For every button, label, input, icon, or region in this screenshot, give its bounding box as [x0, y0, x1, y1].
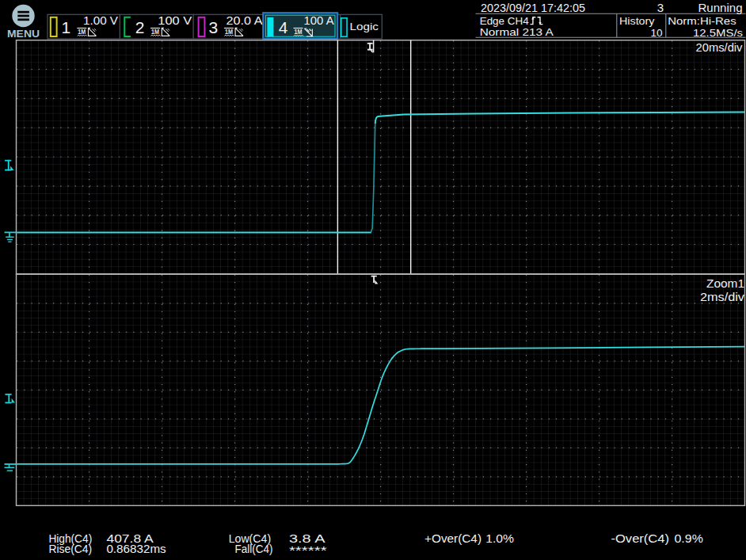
svg-text:Norm:Hi-Res: Norm:Hi-Res	[668, 15, 736, 27]
svg-text:3: 3	[657, 1, 664, 14]
svg-text:+Over(C4): +Over(C4)	[424, 532, 481, 545]
svg-text:1.00 V: 1.00 V	[83, 14, 119, 27]
svg-text:100 V: 100 V	[158, 14, 192, 27]
svg-text:Running: Running	[698, 1, 743, 14]
svg-text:100 A: 100 A	[304, 14, 335, 27]
svg-text:0.86832ms: 0.86832ms	[106, 543, 166, 555]
svg-text:1: 1	[62, 18, 71, 36]
svg-text:Fall(C4): Fall(C4)	[235, 543, 273, 555]
svg-text:1M: 1M	[295, 27, 303, 36]
svg-text:1M: 1M	[225, 27, 233, 36]
svg-text:1.0%: 1.0%	[485, 532, 514, 545]
svg-text:Logic: Logic	[350, 21, 379, 32]
svg-text:2023/09/21 17:42:05: 2023/09/21 17:42:05	[481, 1, 585, 14]
svg-text:2: 2	[135, 18, 145, 36]
svg-text:10: 10	[651, 27, 663, 39]
svg-text:Edge CH4: Edge CH4	[480, 15, 529, 27]
svg-text:4: 4	[279, 18, 288, 36]
svg-text:Rise(C4): Rise(C4)	[48, 543, 92, 555]
svg-text:Zoom1: Zoom1	[706, 277, 744, 290]
svg-text:1M: 1M	[151, 27, 159, 36]
svg-text:20ms/div: 20ms/div	[696, 41, 743, 54]
svg-text:1M: 1M	[78, 27, 86, 36]
svg-text:12.5MS/s: 12.5MS/s	[693, 27, 743, 39]
svg-text:History: History	[619, 15, 655, 27]
svg-text:3: 3	[209, 18, 219, 36]
svg-text:2ms/div: 2ms/div	[700, 291, 744, 303]
svg-text:20.0 A: 20.0 A	[226, 14, 264, 27]
svg-text:-Over(C4): -Over(C4)	[611, 532, 670, 545]
svg-text:3.8 A: 3.8 A	[289, 532, 326, 545]
svg-text:Normal 213 A: Normal 213 A	[480, 26, 554, 38]
svg-text:******: ******	[289, 544, 328, 557]
svg-text:0.9%: 0.9%	[675, 532, 703, 545]
svg-text:MENU: MENU	[7, 29, 40, 40]
